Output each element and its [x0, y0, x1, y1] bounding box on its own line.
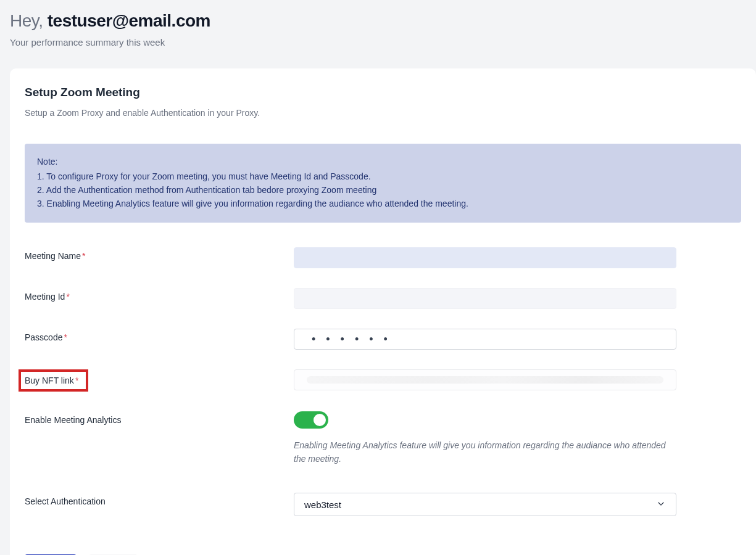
buy-nft-link-highlight: Buy NFT link* — [19, 369, 88, 392]
passcode-input[interactable]: • • • • • • — [294, 329, 676, 350]
card-title: Setup Zoom Meeting — [25, 86, 741, 99]
select-authentication-label: Select Authentication — [25, 493, 294, 506]
redacted-content — [307, 376, 663, 384]
required-asterisk: * — [66, 292, 69, 302]
select-authentication-value: web3test — [304, 500, 341, 510]
passcode-label: Passcode* — [25, 329, 294, 342]
toggle-knob — [314, 414, 326, 426]
greeting-prefix: Hey, — [10, 11, 48, 30]
meeting-name-input[interactable] — [294, 247, 676, 268]
required-asterisk: * — [82, 251, 85, 261]
required-asterisk: * — [64, 332, 67, 342]
select-authentication-dropdown[interactable]: web3test — [294, 493, 676, 516]
chevron-down-icon — [656, 499, 666, 511]
card-description: Setup a Zoom Proxy and enable Authentica… — [25, 108, 741, 118]
meeting-id-label: Meeting Id* — [25, 288, 294, 302]
meeting-name-label: Meeting Name* — [25, 247, 294, 261]
meeting-id-input[interactable] — [294, 288, 676, 309]
analytics-hint: Enabling Meeting Analytics feature will … — [294, 438, 676, 466]
note-line-3: 3. Enabling Meeting Analytics feature wi… — [37, 197, 729, 210]
buy-nft-link-input[interactable] — [294, 369, 676, 390]
buy-nft-link-label: Buy NFT link — [25, 376, 74, 385]
note-line-1: 1. To configure Proxy for your Zoom meet… — [37, 170, 729, 183]
page-greeting: Hey, testuser@email.com — [10, 11, 756, 31]
enable-analytics-toggle[interactable] — [294, 411, 328, 429]
setup-card: Setup Zoom Meeting Setup a Zoom Proxy an… — [10, 68, 756, 555]
required-asterisk: * — [75, 376, 78, 385]
note-label: Note: — [37, 155, 729, 168]
note-box: Note: 1. To configure Proxy for your Zoo… — [25, 144, 741, 223]
note-line-2: 2. Add the Authentication method from Au… — [37, 183, 729, 197]
page-subtitle: Your performance summary this week — [10, 37, 756, 47]
user-email: testuser@email.com — [48, 11, 210, 30]
enable-analytics-label: Enable Meeting Analytics — [25, 411, 294, 425]
